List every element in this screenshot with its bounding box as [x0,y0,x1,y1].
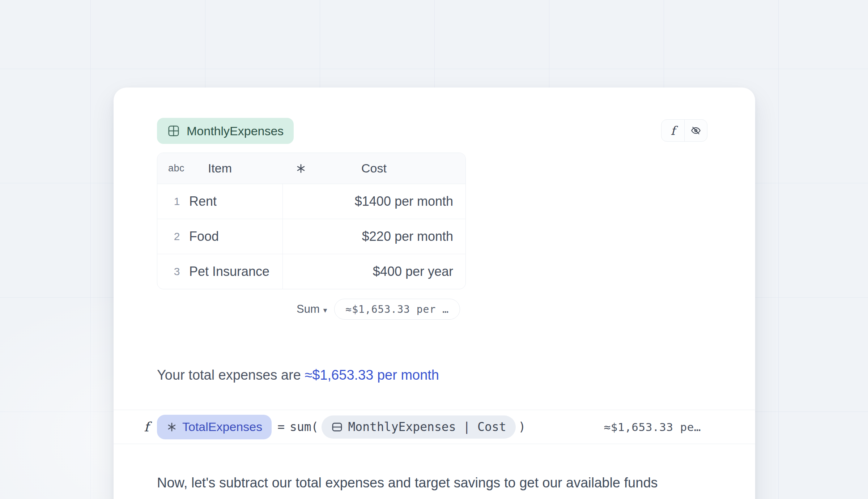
row-number: 2 [173,230,181,243]
variable-name: TotalExpenses [182,420,262,434]
asterisk-icon [166,422,177,432]
function-close: ) [519,420,526,434]
sum-dropdown[interactable]: Sum [297,303,320,316]
formula-result-value: ≈$1,653.33 pe… [604,421,701,434]
item-cell[interactable]: 1 Rent [157,184,282,219]
item-cell[interactable]: 2 Food [157,219,282,254]
formula-view-button[interactable]: f [661,120,684,141]
cost-value: $400 per year [373,264,453,279]
cost-value: $220 per month [362,229,453,244]
formula-bar[interactable]: f TotalExpenses = sum( MonthlyExpenses |… [114,410,755,444]
item-value: Pet Insurance [189,264,269,279]
chevron-down-icon[interactable]: ▾ [323,306,327,315]
table-row: 1 Rent $1400 per month [157,184,465,219]
reference-chip-monthlyexpenses-cost[interactable]: MonthlyExpenses | Cost [322,415,516,439]
item-cell[interactable]: 3 Pet Insurance [157,254,282,289]
expenses-table-header: abc Item Cost [157,153,465,184]
reference-label: MonthlyExpenses | Cost [348,420,506,434]
computed-value-highlight[interactable]: ≈$1,653.33 per month [305,367,439,383]
expenses-table: abc Item Cost 1 Rent $1400 p [157,153,466,289]
equals-sign: = [277,420,285,434]
item-value: Rent [189,194,217,209]
document-card: MonthlyExpenses f abc Item [114,88,755,499]
table-title-chip[interactable]: MonthlyExpenses [157,118,294,144]
cost-cell[interactable]: $400 per year [282,254,465,289]
sentence-prefix: Your total expenses are [157,367,305,383]
table-toolbar: f [661,119,707,142]
text-type-badge: abc [168,163,184,174]
desktop-background: { "page": { "background_color": "#f0f3f7… [0,0,868,499]
cost-cell[interactable]: $220 per month [282,219,465,254]
column-label-item: Item [208,161,232,175]
table-rows-icon [331,421,343,433]
column-header-item[interactable]: abc Item [157,153,282,184]
cost-cell[interactable]: $1400 per month [282,184,465,219]
eye-off-icon [690,125,701,136]
hide-results-button[interactable] [684,120,707,141]
next-step-sentence: Now, let's subtract our total expenses a… [157,474,707,492]
sum-result-pill[interactable]: ≈$1,653.33 per … [334,299,460,320]
variable-chip-totalexpenses[interactable]: TotalExpenses [157,415,272,439]
table-title-label: MonthlyExpenses [187,124,284,138]
table-summary-row: Sum ▾ ≈$1,653.33 per … [157,299,466,320]
item-value: Food [189,229,219,244]
column-label-cost: Cost [361,161,387,175]
table-row: 3 Pet Insurance $400 per year [157,254,465,289]
function-open: sum( [290,420,318,434]
formula-f-icon: f [142,419,151,434]
column-header-cost[interactable]: Cost [282,153,465,184]
table-grid-icon [167,124,180,137]
formula-f-icon: f [671,125,675,137]
asterisk-icon [295,163,306,174]
total-expenses-sentence: Your total expenses are ≈$1,653.33 per m… [157,366,707,384]
table-header-row: MonthlyExpenses f [157,118,707,144]
row-number: 3 [173,265,181,278]
cost-value: $1400 per month [355,194,453,209]
row-number: 1 [173,195,181,208]
table-row: 2 Food $220 per month [157,219,465,254]
